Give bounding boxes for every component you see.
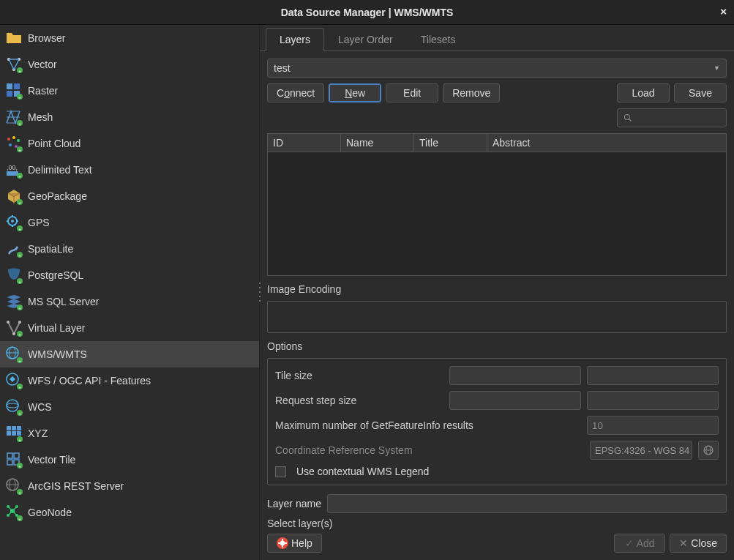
main-panel: LayersLayer OrderTilesets test ▼ Connect…	[260, 25, 734, 560]
sidebar-item-mesh[interactable]: +Mesh	[0, 104, 259, 130]
sidebar-item-label: GeoPackage	[28, 190, 87, 202]
svg-point-89	[280, 541, 285, 545]
crs-combo[interactable]: EPSG:4326 - WGS 84 ▼	[590, 441, 692, 460]
connect-button[interactable]: Connect	[267, 83, 324, 102]
sidebar-item-label: ArcGIS REST Server	[28, 480, 124, 492]
svg-point-38	[12, 332, 15, 335]
sidebar-item-label: WMS/WMTS	[28, 348, 87, 360]
remove-button[interactable]: Remove	[443, 83, 500, 102]
svg-text:+: +	[18, 201, 21, 205]
svg-point-14	[12, 136, 15, 139]
splitter-handle[interactable]	[258, 281, 262, 303]
svg-text:+: +	[18, 280, 21, 284]
contextual-legend-checkbox[interactable]	[275, 466, 286, 477]
mesh-icon: +	[4, 107, 24, 127]
sidebar-item-geonode[interactable]: +GeoNode	[0, 499, 259, 526]
connection-buttons: Connect New Edit Remove Load Save	[267, 83, 727, 102]
sidebar-item-raster[interactable]: +Raster	[0, 78, 259, 104]
sidebar-item-gps[interactable]: +GPS	[0, 209, 259, 236]
col-abstract[interactable]: Abstract	[487, 134, 726, 152]
max-featureinfo-input[interactable]	[587, 416, 719, 435]
svg-rect-55	[7, 431, 11, 436]
svg-rect-54	[12, 426, 16, 430]
sidebar-item-spatialite[interactable]: +SpatiaLite	[0, 236, 259, 262]
folder-icon	[4, 28, 24, 48]
col-title[interactable]: Title	[414, 134, 487, 152]
svg-rect-5	[7, 83, 12, 89]
tab-layers[interactable]: Layers	[266, 28, 324, 51]
tile-size-x-input[interactable]	[449, 366, 581, 385]
layers-table[interactable]: ID Name Title Abstract	[267, 133, 727, 276]
tab-tilesets[interactable]: Tilesets	[407, 28, 470, 51]
sidebar-item-gpkg[interactable]: +GeoPackage	[0, 183, 259, 209]
sidebar-item-vtile[interactable]: +Vector Tile	[0, 447, 259, 473]
layer-name-input[interactable]	[327, 494, 727, 513]
svg-rect-63	[7, 460, 12, 465]
pointcloud-icon: +	[4, 133, 24, 154]
new-button[interactable]: New	[329, 83, 381, 102]
svg-point-50	[7, 403, 18, 408]
svg-point-15	[17, 139, 20, 142]
options-box: Tile size Request step size Maximum numb…	[267, 358, 727, 485]
tabs: LayersLayer OrderTilesets	[260, 28, 734, 51]
svg-text:+: +	[18, 517, 21, 521]
help-icon	[277, 537, 288, 549]
sidebar-item-wms[interactable]: +WMS/WMTS	[0, 341, 259, 367]
svg-point-49	[7, 400, 18, 411]
sidebar-item-label: Browser	[28, 32, 65, 44]
load-button[interactable]: Load	[617, 83, 670, 102]
sidebar-item-wcs[interactable]: +WCS	[0, 394, 259, 420]
sidebar-item-label: GPS	[28, 217, 50, 228]
check-icon: ✓	[625, 537, 634, 549]
col-id[interactable]: ID	[268, 134, 341, 152]
svg-point-79	[625, 115, 630, 120]
svg-rect-57	[17, 426, 21, 430]
add-button[interactable]: ✓ Add	[614, 534, 665, 553]
close-icon[interactable]: ×	[720, 5, 727, 18]
sidebar-item-label: Virtual Layer	[28, 322, 85, 334]
svg-text:+: +	[18, 95, 21, 100]
sidebar-item-label: GeoNode	[28, 507, 72, 518]
sidebar-item-label: Vector Tile	[28, 454, 75, 466]
svg-rect-53	[7, 426, 11, 430]
tile-size-y-input[interactable]	[587, 366, 719, 385]
svg-text:+: +	[18, 306, 21, 310]
sidebar-item-virtual[interactable]: +Virtual Layer	[0, 315, 259, 341]
sidebar-item-vector[interactable]: +Vector	[0, 51, 259, 78]
image-encoding-box	[267, 301, 727, 333]
layer-name-label: Layer name	[267, 498, 321, 509]
window-title: Data Source Manager | WMS/WMTS	[281, 7, 454, 18]
sidebar-item-folder[interactable]: Browser	[0, 25, 259, 51]
save-button[interactable]: Save	[674, 83, 727, 102]
geonode-icon: +	[4, 502, 24, 523]
sidebar-item-csv[interactable]: ,00,+Delimited Text	[0, 157, 259, 183]
search-row	[267, 108, 727, 127]
col-name[interactable]: Name	[341, 134, 414, 152]
tab-layer-order[interactable]: Layer Order	[324, 28, 407, 51]
help-button[interactable]: Help	[267, 534, 322, 553]
request-step-y-input[interactable]	[587, 391, 719, 410]
sidebar-item-xyz[interactable]: +XYZ	[0, 420, 259, 447]
sidebar-item-label: Vector	[28, 59, 57, 70]
gps-icon: +	[4, 212, 24, 233]
request-step-label: Request step size	[275, 395, 443, 406]
edit-button[interactable]: Edit	[386, 83, 438, 102]
search-input[interactable]	[617, 108, 727, 127]
svg-text:+: +	[18, 227, 21, 231]
sidebar-item-mssql[interactable]: +MS SQL Server	[0, 288, 259, 315]
chevron-down-icon: ▼	[714, 64, 720, 72]
vtile-icon: +	[4, 449, 24, 470]
close-button[interactable]: ✕ Close	[670, 534, 727, 553]
sidebar-item-pointcloud[interactable]: +Point Cloud	[0, 130, 259, 157]
crs-value: EPSG:4326 - WGS 84	[595, 445, 689, 456]
sidebar-item-postgres[interactable]: +PostgreSQL	[0, 262, 259, 288]
request-step-x-input[interactable]	[449, 391, 581, 410]
sidebar-item-label: MS SQL Server	[28, 296, 100, 307]
svg-point-17	[15, 145, 18, 148]
connection-combo[interactable]: test ▼	[267, 59, 727, 78]
crs-picker-button[interactable]	[698, 441, 719, 460]
sidebar-item-arcgis[interactable]: +ArcGIS REST Server	[0, 473, 259, 499]
svg-text:,00,: ,00,	[7, 164, 18, 171]
sidebar-item-wfs[interactable]: +WFS / OGC API - Features	[0, 367, 259, 394]
vector-icon: +	[4, 54, 24, 75]
